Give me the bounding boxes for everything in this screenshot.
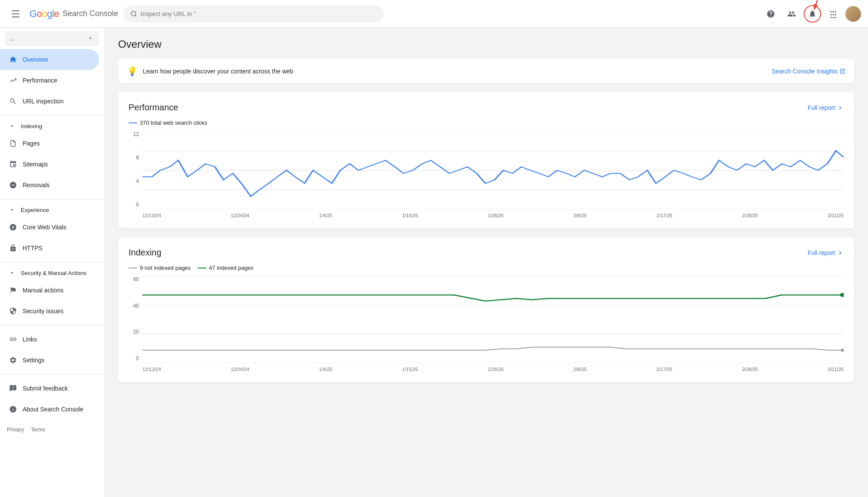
flag-icon: [9, 286, 17, 295]
sidebar: ... Overview Performance URL inspection: [0, 28, 104, 497]
sidebar-privacy: Privacy Terms: [0, 423, 104, 436]
home-icon: [9, 55, 17, 64]
indexed-line-path: [142, 295, 844, 301]
performance-card-header: Performance Full report: [129, 103, 844, 113]
security-icon: [9, 307, 17, 315]
core-web-vitals-icon: [9, 223, 17, 232]
chevron-down-icon-3: [9, 269, 16, 276]
people-icon: [787, 10, 796, 18]
performance-full-report-text: Full report: [808, 104, 835, 111]
sidebar-item-about[interactable]: About Search Console: [0, 399, 99, 420]
chevron-right-icon: [837, 104, 844, 111]
notifications-area: [804, 5, 821, 23]
sidebar-item-performance-label: Performance: [23, 77, 57, 84]
sidebar-item-core-web-vitals[interactable]: Core Web Vitals: [0, 217, 99, 238]
indexed-end-dot: [840, 293, 844, 297]
property-value: ...: [10, 35, 15, 42]
apps-button[interactable]: [825, 5, 842, 23]
settings-icon: [9, 356, 17, 364]
sidebar-item-sitemaps-label: Sitemaps: [23, 161, 48, 168]
indexing-full-report-text: Full report: [808, 249, 835, 256]
sidebar-item-settings-label: Settings: [23, 357, 45, 364]
bell-icon: [808, 10, 817, 18]
sidebar-item-submit-feedback[interactable]: Submit feedback: [0, 378, 99, 399]
not-indexed-line-indicator: [129, 268, 137, 268]
sidebar-item-settings[interactable]: Settings: [0, 350, 99, 371]
search-console-insights-link[interactable]: Search Console Insights: [772, 68, 845, 75]
indexing-legend: 9 not indexed pages 47 indexed pages: [129, 265, 844, 271]
sidebar-item-links-label: Links: [23, 336, 37, 343]
trending-up-icon: [9, 76, 17, 85]
sidebar-item-performance[interactable]: Performance: [0, 70, 99, 91]
terms-link[interactable]: Terms: [31, 427, 45, 433]
sidebar-item-overview-label: Overview: [23, 56, 48, 63]
removals-icon: [9, 181, 17, 189]
performance-legend-item: 370 total web search clicks: [129, 119, 207, 126]
security-section-header[interactable]: Security & Manual Actions: [0, 266, 104, 280]
sidebar-item-https-label: HTTPS: [23, 245, 43, 252]
sidebar-item-url-inspection-label: URL inspection: [23, 98, 63, 105]
search-bar[interactable]: [123, 5, 384, 23]
search-icon: [130, 10, 137, 17]
divider-2: [0, 199, 104, 199]
feedback-icon: [9, 384, 17, 393]
help-button[interactable]: [762, 5, 779, 23]
sidebar-item-pages[interactable]: Pages: [0, 133, 99, 154]
main-content: Overview 💡 Learn how people discover you…: [104, 28, 868, 497]
svg-line-3: [816, 0, 821, 4]
indexed-legend-label: 47 indexed pages: [209, 265, 254, 271]
banner-text: Learn how people discover your content a…: [143, 68, 766, 75]
link-icon: [9, 335, 17, 344]
indexing-full-report-link[interactable]: Full report: [808, 249, 844, 256]
search-input[interactable]: [141, 10, 377, 17]
info-icon: [9, 405, 17, 414]
indexing-card-title: Indexing: [129, 248, 162, 258]
performance-x-labels: 12/13/24 12/24/24 1/4/25 1/15/25 1/26/25…: [142, 213, 844, 218]
indexing-section-label: Indexing: [21, 123, 42, 129]
external-link-icon: [839, 68, 845, 74]
sidebar-item-about-label: About Search Console: [23, 406, 83, 413]
notifications-button[interactable]: [804, 5, 821, 23]
indexing-card: Indexing Full report 9 not indexed pages…: [118, 237, 854, 382]
lightbulb-icon: 💡: [127, 66, 138, 76]
avatar[interactable]: [845, 6, 861, 22]
sidebar-item-manual-actions-label: Manual actions: [23, 287, 63, 294]
indexing-chart-svg: [142, 276, 844, 363]
not-indexed-legend-label: 9 not indexed pages: [140, 265, 191, 271]
topbar-right: [762, 5, 861, 23]
app-name: Search Console: [63, 9, 118, 18]
performance-chart-container: 12/13/24 12/24/24 1/4/25 1/15/25 1/26/25…: [142, 131, 844, 218]
indexing-section-header[interactable]: Indexing: [0, 119, 104, 133]
sidebar-item-security-issues[interactable]: Security issues: [0, 301, 99, 321]
performance-legend: 370 total web search clicks: [129, 119, 844, 126]
experience-section-header[interactable]: Experience: [0, 203, 104, 217]
sidebar-item-core-web-vitals-label: Core Web Vitals: [23, 224, 66, 231]
not-indexed-legend-item: 9 not indexed pages: [129, 265, 191, 271]
svg-line-1: [135, 15, 136, 17]
divider-4: [0, 325, 104, 325]
sidebar-item-sitemaps[interactable]: Sitemaps: [0, 154, 99, 175]
indexing-card-header: Indexing Full report: [129, 248, 844, 258]
sidebar-item-manual-actions[interactable]: Manual actions: [0, 280, 99, 301]
url-inspection-icon: [9, 97, 17, 106]
hamburger-menu-button[interactable]: [7, 5, 24, 23]
privacy-link[interactable]: Privacy: [7, 427, 24, 433]
hamburger-icon: [12, 10, 20, 17]
sidebar-item-https[interactable]: HTTPS: [0, 238, 99, 258]
sidebar-item-submit-feedback-label: Submit feedback: [23, 385, 68, 392]
help-icon: [766, 10, 775, 18]
sidebar-item-links[interactable]: Links: [0, 329, 99, 350]
performance-card-title: Performance: [129, 103, 178, 113]
indexing-y-labels: 60 40 20 0: [129, 276, 139, 372]
page-title: Overview: [118, 38, 854, 50]
account-management-button[interactable]: [783, 5, 800, 23]
dropdown-icon: [87, 35, 94, 42]
sidebar-item-overview[interactable]: Overview: [0, 49, 99, 70]
divider-5: [0, 374, 104, 374]
performance-full-report-link[interactable]: Full report: [808, 104, 844, 111]
performance-card: Performance Full report 370 total web se…: [118, 92, 854, 229]
sidebar-item-url-inspection[interactable]: URL inspection: [0, 91, 99, 112]
sidebar-item-removals[interactable]: Removals: [0, 175, 99, 195]
performance-y-labels: 12 8 4 0: [129, 131, 139, 218]
performance-line-path: [142, 151, 844, 196]
